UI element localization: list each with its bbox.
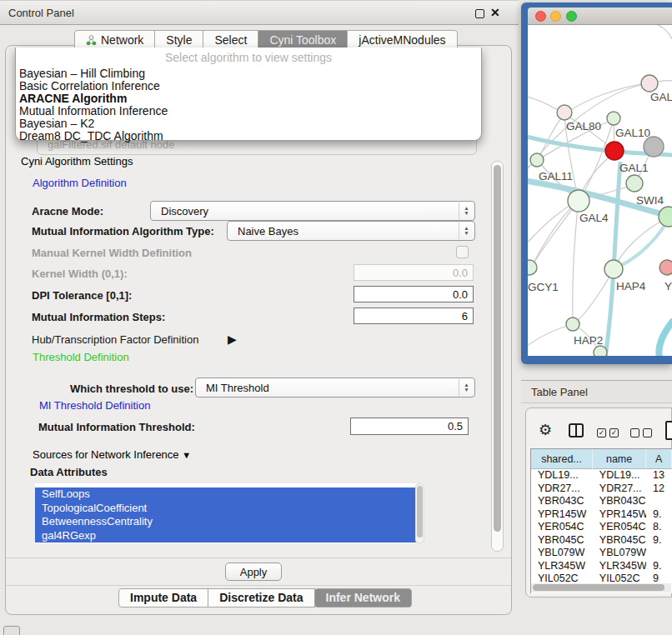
network-node[interactable] [607,112,620,125]
close-icon[interactable]: ✕ [490,6,500,19]
network-node[interactable] [605,142,624,160]
network-view-titlebar[interactable] [528,8,672,25]
expand-arrow-icon[interactable]: ▶ [228,332,237,346]
network-canvas[interactable]: GALGAL80GAL10GAL1GAL11GAL4SWI4GCY1HAP4YH… [528,25,672,356]
which-threshold-value: MI Threshold [206,382,269,394]
kernel-width-input[interactable]: 0.0 [354,264,474,281]
threshold-title: Threshold Definition [30,351,132,363]
apply-button[interactable]: Apply [225,562,282,581]
table-cell: YPR145W [531,508,593,522]
deselect-checkbox-icon[interactable] [643,428,652,438]
algorithm-option[interactable]: Basic Correlation Inference [16,80,481,92]
table-cell: 12 [646,482,672,496]
hub-definition-label[interactable]: Hub/Transcription Factor Definition [32,333,198,346]
network-node[interactable] [659,207,672,227]
algorithm-option[interactable]: Mutual Information Inference [16,105,481,118]
tab-impute-data[interactable]: Impute Data [118,588,208,608]
dock-mini-icon[interactable] [3,626,20,635]
select-all-checkbox-icon[interactable]: ✓ [609,428,619,438]
settings-gear-icon[interactable]: ⚙ [539,421,552,439]
table-cell [646,495,672,508]
table-horizontal-scrollbar[interactable] [531,583,671,592]
network-node[interactable] [528,260,537,275]
table-row[interactable]: YDL19...YDL19...13 [531,469,672,482]
zoom-traffic-light-icon[interactable] [566,11,577,22]
manual-kernel-checkbox[interactable] [456,246,469,258]
divider [6,558,511,558]
mi-threshold-input[interactable]: 0.5 [350,418,469,435]
network-node[interactable] [530,153,544,167]
tab-discretize-data[interactable]: Discretize Data [208,588,314,608]
table-row[interactable]: YDR27...YDR27...12 [531,482,672,496]
attributes-scrollbar[interactable] [415,483,424,543]
deselect-checkbox-icon[interactable] [630,428,639,438]
settings-scrollbar-thumb[interactable] [494,165,501,532]
network-nodes: GALGAL80GAL10GAL1GAL11GAL4SWI4GCY1HAP4YH… [528,75,672,356]
table-cell: YBL079W [593,547,646,560]
attribute-list-item[interactable]: gal4RGexp [35,529,424,543]
table-header-row: shared...nameA [531,449,672,469]
node-table[interactable]: shared...nameA YDL19...YDL19...13YDR27..… [530,448,672,593]
network-node[interactable] [659,260,672,275]
table-column-header[interactable]: shared... [531,449,593,469]
dpi-tolerance-label: DPI Tolerance [0,1]: [32,289,132,302]
network-node[interactable] [566,318,579,331]
float-window-icon[interactable] [475,9,484,18]
network-node[interactable] [568,190,589,212]
close-traffic-light-icon[interactable] [535,11,546,22]
table-cell: 9. [646,508,672,522]
combo-stepper-icon: ▲▼ [459,379,474,396]
app-root: Control Panel ✕ Network Style Select Cyn… [0,0,672,635]
network-node[interactable] [626,175,643,192]
network-node[interactable] [557,105,572,120]
attribute-list-item[interactable]: TopologicalCoefficient [35,502,424,516]
table-row[interactable]: YPR145WYPR145W9. [531,508,672,522]
algorithm-option[interactable]: ARACNE Algorithm [16,92,481,105]
mi-threshold-title: MI Threshold Definition [37,399,153,412]
sources-title[interactable]: Sources for Network Inference ▼ [30,448,193,461]
algorithm-dropdown-placeholder: Select algorithm to view settings [16,48,481,68]
mi-steps-input[interactable]: 6 [354,308,474,324]
column-layout-icon[interactable] [569,423,584,438]
document-icon[interactable] [665,421,672,440]
table-row[interactable]: YBR045CYBR045C9. [531,534,672,548]
algorithm-option[interactable]: Dream8 DC_TDC Algorithm [16,130,481,142]
dpi-tolerance-input[interactable]: 0.0 [354,286,474,302]
network-node-label: GAL4 [579,212,609,224]
minimize-traffic-light-icon[interactable] [550,11,561,22]
attributes-scrollbar-thumb[interactable] [417,486,423,538]
mi-threshold-label: Mutual Information Threshold: [38,421,195,433]
which-threshold-select[interactable]: MI Threshold ▲▼ [195,378,475,398]
table-row[interactable]: YBR043CYBR043C [531,495,672,508]
table-row[interactable]: YLR345WYLR345W9. [531,560,672,573]
table-cell: 8. [646,521,672,534]
network-node[interactable] [644,137,664,157]
table-cell: YDR27... [531,482,593,496]
network-node[interactable] [594,346,607,356]
table-cell: YBR043C [531,495,593,508]
table-column-header[interactable]: A [646,449,672,469]
table-cell: YDL19... [593,469,646,482]
select-all-checkbox-icon[interactable]: ✓ [597,428,606,438]
network-node[interactable] [604,260,623,278]
table-row[interactable]: YER054CYER054C8. [531,521,672,534]
mi-type-label: Mutual Information Algorithm Type: [32,225,214,238]
mi-type-select[interactable]: Naive Bayes ▲▼ [227,221,475,241]
table-row[interactable]: YBL079WYBL079W [531,547,672,560]
table-cell: YER054C [593,521,646,534]
table-scrollbar-thumb[interactable] [533,584,664,591]
table-column-header[interactable]: name [593,449,646,469]
data-attributes-list[interactable]: SelfLoopsTopologicalCoefficientBetweenne… [35,483,424,543]
cyni-settings-title: Cyni Algorithm Settings [18,155,135,168]
which-threshold-label: Which threshold to use: [70,382,193,395]
tab-infer-network[interactable]: Infer Network [314,588,412,608]
algorithm-option[interactable]: Bayesian – K2 [16,118,481,130]
table-cell: YBR045C [593,534,646,548]
settings-scrollbar[interactable] [491,161,504,552]
algorithm-option[interactable]: Bayesian – Hill Climbing [16,68,481,80]
attribute-list-item[interactable]: BetweennessCentrality [35,515,424,529]
aracne-mode-select[interactable]: Discovery ▲▼ [150,201,475,221]
network-node[interactable] [641,75,658,92]
network-icon [86,35,97,46]
attribute-list-item[interactable]: SelfLoops [35,488,424,502]
